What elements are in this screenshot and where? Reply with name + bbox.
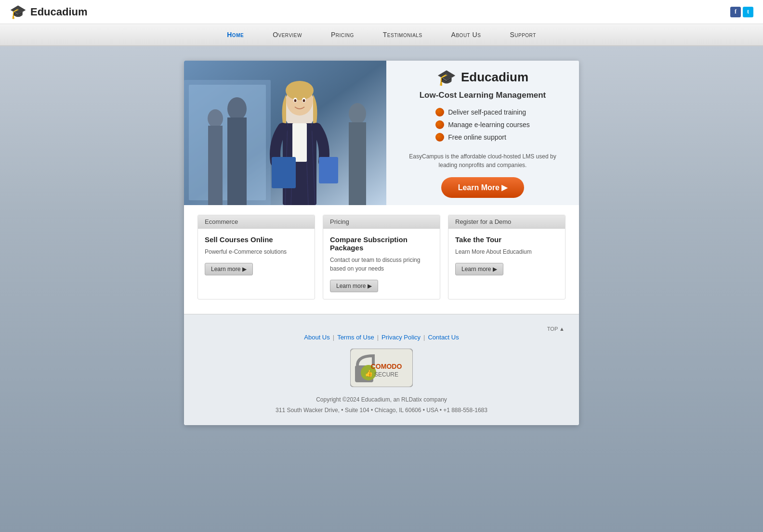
ecommerce-card: Ecommerce Sell Courses Online Powerful e… [197, 215, 315, 299]
svg-rect-19 [227, 117, 247, 205]
svg-point-20 [208, 109, 223, 128]
pricing-card-body: Compare Subscription Packages Contact ou… [323, 229, 440, 299]
hero-section: 🎓 Educadium Low-Cost Learning Management… [184, 61, 579, 205]
hero-description: EasyCampus is the affordable cloud-hoste… [401, 152, 565, 169]
footer-privacy-link[interactable]: Privacy Policy [382, 334, 421, 341]
nav-bar: Home Overview Pricing Testimonials About… [0, 24, 763, 46]
ecommerce-title: Sell Courses Online [205, 235, 308, 244]
footer-links: About Us | Terms of Use | Privacy Policy… [194, 334, 569, 341]
svg-rect-21 [208, 126, 223, 205]
svg-text:SECURE: SECURE [374, 371, 398, 378]
demo-title: Take the Tour [455, 235, 558, 244]
footer-top: TOP ▲ [194, 324, 569, 334]
ecommerce-learn-more-button[interactable]: Learn more ▶ [205, 263, 253, 275]
social-icons: f t [730, 7, 753, 17]
footer-sep-3: | [423, 334, 425, 341]
cards-section: Ecommerce Sell Courses Online Powerful e… [184, 205, 579, 314]
footer-terms-link[interactable]: Terms of Use [337, 334, 374, 341]
svg-rect-23 [349, 122, 366, 205]
ecommerce-text: Powerful e-Commerce solutions [205, 247, 308, 256]
svg-text:COMODO: COMODO [371, 363, 402, 370]
nav-item-about[interactable]: About Us [437, 24, 496, 45]
feature-1: Deliver self-paced training [435, 108, 530, 117]
nav-item-pricing[interactable]: Pricing [316, 24, 368, 45]
demo-tab: Register for a Demo [448, 215, 565, 229]
svg-rect-9 [292, 123, 307, 162]
demo-text: Learn More About Educadium [455, 247, 558, 256]
footer-about-link[interactable]: About Us [304, 334, 329, 341]
brand-name: Educadium [461, 70, 528, 85]
brand-icon: 🎓 [437, 68, 456, 87]
demo-card: Register for a Demo Take the Tour Learn … [448, 215, 566, 299]
footer-sep-2: | [377, 334, 379, 341]
nav-item-testimonials[interactable]: Testimonials [368, 24, 437, 45]
footer-sep-1: | [333, 334, 334, 341]
ecommerce-tab: Ecommerce [198, 215, 315, 229]
svg-point-15 [303, 99, 305, 102]
svg-point-14 [294, 99, 297, 102]
feature-3: Free online support [435, 133, 530, 142]
header: 🎓 Educadium f t [0, 0, 763, 24]
bullet-icon-3 [435, 133, 444, 142]
bullet-icon-1 [435, 108, 444, 117]
demo-learn-more-button[interactable]: Learn more ▶ [455, 263, 503, 275]
nav-item-home[interactable]: Home [212, 24, 258, 45]
svg-point-18 [227, 97, 247, 120]
bullet-icon-2 [435, 120, 444, 129]
pricing-text: Contact our team to discuss pricing base… [330, 256, 433, 273]
main-wrapper: 🎓 Educadium Low-Cost Learning Management… [184, 61, 579, 425]
facebook-button[interactable]: f [730, 7, 741, 17]
nav-item-overview[interactable]: Overview [258, 24, 316, 45]
logo-text: Educadium [30, 6, 88, 18]
hero-brand: 🎓 Educadium [437, 68, 528, 87]
footer: TOP ▲ About Us | Terms of Use | Privacy … [184, 314, 579, 425]
logo-icon: 🎓 [10, 4, 26, 20]
hero-tagline: Low-Cost Learning Management [420, 91, 546, 100]
pricing-title: Compare Subscription Packages [330, 235, 433, 252]
top-link[interactable]: TOP ▲ [547, 326, 565, 332]
hero-right: 🎓 Educadium Low-Cost Learning Management… [386, 61, 579, 205]
footer-copyright: Copyright ©2024 Educadium, an RLDatix co… [194, 395, 569, 415]
hero-features: Deliver self-paced training Manage e-lea… [435, 108, 530, 145]
learn-more-button[interactable]: Learn More ▶ [441, 177, 525, 198]
feature-2: Manage e-learning courses [435, 120, 530, 129]
comodo-badge: 👍 COMODO SECURE [194, 349, 569, 387]
svg-rect-16 [272, 157, 296, 188]
nav-item-support[interactable]: Support [495, 24, 550, 45]
demo-card-body: Take the Tour Learn More About Educadium… [448, 229, 565, 282]
svg-text:👍: 👍 [365, 369, 373, 377]
twitter-button[interactable]: t [743, 7, 753, 17]
nav-inner: Home Overview Pricing Testimonials About… [212, 24, 550, 45]
svg-point-11 [286, 81, 314, 100]
svg-rect-17 [319, 157, 338, 183]
pricing-card: Pricing Compare Subscription Packages Co… [323, 215, 440, 299]
ecommerce-card-body: Sell Courses Online Powerful e-Commerce … [198, 229, 315, 282]
svg-point-22 [349, 103, 366, 124]
footer-contact-link[interactable]: Contact Us [428, 334, 459, 341]
pricing-learn-more-button[interactable]: Learn more ▶ [330, 280, 378, 292]
pricing-tab: Pricing [323, 215, 440, 229]
hero-image [184, 61, 386, 205]
logo-area: 🎓 Educadium [10, 4, 88, 20]
